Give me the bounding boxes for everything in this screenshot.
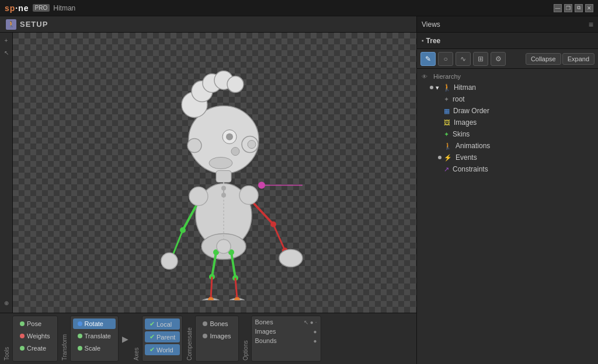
options-section: Bones ↖ ● · Images ● Bou xyxy=(251,316,321,362)
pose-button[interactable]: Pose xyxy=(15,318,55,329)
collapse-expand-group: Collapse Expand xyxy=(526,53,594,65)
translate-dot xyxy=(78,334,82,338)
pro-badge: PRO xyxy=(33,4,50,12)
draw-order-dot xyxy=(438,109,441,113)
images-dot xyxy=(438,121,441,124)
expand-button[interactable]: Expand xyxy=(562,53,594,65)
images-icon: 🖼 xyxy=(444,119,450,126)
images-option-row: Images ● xyxy=(255,328,317,335)
right-panel: Views ≡ ▪ Tree ✎ ○ ∿ ⊞ ⚙ Collapse Expand… xyxy=(417,16,598,364)
snap-button[interactable]: ⧉ xyxy=(575,4,583,12)
bones-comp-dot xyxy=(203,321,207,326)
draw-order-icon: ▦ xyxy=(444,107,450,115)
create-dot xyxy=(20,346,25,351)
svg-point-43 xyxy=(239,186,258,205)
axes-label: Axes xyxy=(132,316,141,362)
views-header: Views ≡ xyxy=(417,16,598,33)
tree-item-skins[interactable]: ✦ Skins xyxy=(436,128,596,140)
translate-button[interactable]: Translate xyxy=(73,331,116,341)
weights-button[interactable]: Weights xyxy=(15,331,55,341)
tree-panel-header: ▪ Tree xyxy=(417,33,598,49)
bounds-dot-icon[interactable]: ● xyxy=(313,338,317,344)
hitman-icon: 🚶 xyxy=(443,83,451,92)
svg-point-45 xyxy=(217,240,231,254)
tree-panel-label: Tree xyxy=(426,37,441,45)
zoom-tool-button[interactable]: ⊕ xyxy=(1,298,12,308)
title-bar: sp·ne PRO Hitman — ❐ ⧉ ✕ xyxy=(0,0,598,16)
tools-section: Pose Weights Create xyxy=(12,316,58,362)
options-label: Options xyxy=(241,316,250,362)
tree-item-root[interactable]: ✦ root xyxy=(436,93,596,105)
tree-item-images[interactable]: 🖼 Images xyxy=(436,117,596,128)
svg-point-40 xyxy=(208,298,214,300)
restore-button[interactable]: ❐ xyxy=(564,4,572,12)
tree-item-animations[interactable]: 🚶 Animations xyxy=(436,140,596,152)
local-axis-button[interactable]: ✔ Local xyxy=(145,318,180,330)
svg-point-50 xyxy=(221,193,226,198)
tree-item-hitman[interactable]: ▾ 🚶 Hitman xyxy=(427,82,596,93)
svg-point-10 xyxy=(226,134,233,141)
tree-edit-button[interactable]: ✎ xyxy=(420,52,436,66)
window-controls: — ❐ ⧉ ✕ xyxy=(554,4,593,12)
parent-axis-button[interactable]: ✔ Parent xyxy=(145,331,180,342)
main-layout: 🚶 SETUP + ↖ ⊕ xyxy=(0,16,598,364)
world-axis-button[interactable]: ✔ World xyxy=(145,344,180,355)
svg-point-11 xyxy=(231,148,239,156)
svg-point-44 xyxy=(161,253,178,270)
svg-line-31 xyxy=(211,277,212,299)
transform-label: Transform xyxy=(60,316,69,362)
bones-cursor-icon[interactable]: ↖ xyxy=(304,319,308,326)
bones-dot-icon[interactable]: · xyxy=(315,319,317,326)
scale-button[interactable]: Scale xyxy=(73,343,116,354)
canvas-viewport[interactable] xyxy=(13,33,416,313)
bones-compensate-button[interactable]: Bones xyxy=(198,318,235,329)
mode-bar: 🚶 SETUP xyxy=(0,16,416,33)
left-tools-strip: + ↖ ⊕ xyxy=(0,33,13,313)
pointer-tool-button[interactable]: ↖ xyxy=(1,47,12,58)
rotate-button[interactable]: Rotate xyxy=(73,318,116,329)
events-dot xyxy=(438,156,441,159)
bones-option-icons: ↖ ● · xyxy=(304,319,317,326)
svg-point-7 xyxy=(248,141,256,149)
animations-icon: 🚶 xyxy=(444,142,452,150)
rotate-dot xyxy=(78,321,82,326)
bones-eye-icon[interactable]: ● xyxy=(310,319,314,326)
svg-point-5 xyxy=(227,76,244,93)
constraints-dot xyxy=(438,167,441,171)
transform-section: Rotate Translate Scale xyxy=(70,316,119,362)
tree-path-button[interactable]: ∿ xyxy=(456,52,471,66)
tree-transform-button[interactable]: ⊞ xyxy=(473,52,488,66)
pose-dot xyxy=(20,321,25,326)
title-left: sp·ne PRO Hitman xyxy=(5,4,75,13)
compensate-section: Bones Images xyxy=(195,316,238,362)
hitman-dot xyxy=(430,86,433,89)
close-button[interactable]: ✕ xyxy=(585,4,593,12)
create-button[interactable]: Create xyxy=(15,343,55,354)
project-title: Hitman xyxy=(53,4,75,12)
panel-menu-button[interactable]: ≡ xyxy=(589,20,593,29)
tree-toolbar: ✎ ○ ∿ ⊞ ⚙ Collapse Expand xyxy=(417,49,598,69)
character-display xyxy=(104,44,326,302)
tree-panel-icon: ▪ xyxy=(422,37,424,44)
add-tool-button[interactable]: + xyxy=(1,35,12,46)
svg-point-27 xyxy=(279,250,303,267)
scale-dot xyxy=(78,346,82,351)
tree-item-events[interactable]: ⚡ Events xyxy=(436,152,596,163)
svg-point-42 xyxy=(189,187,208,206)
character-svg xyxy=(104,44,326,300)
tools-label: Tools xyxy=(2,316,11,362)
collapse-button[interactable]: Collapse xyxy=(526,53,561,65)
transform-expand[interactable]: ▶ xyxy=(121,316,130,362)
tree-item-draw-order[interactable]: ▦ Draw Order xyxy=(436,105,596,117)
hierarchy-header: 👁 Hierarchy xyxy=(419,71,596,82)
images-dot-icon[interactable]: ● xyxy=(313,328,317,335)
bones-option-row: Bones ↖ ● · xyxy=(255,318,317,326)
minimize-button[interactable]: — xyxy=(554,4,562,12)
images-comp-dot xyxy=(203,334,207,338)
svg-point-41 xyxy=(234,298,240,300)
tree-item-constraints[interactable]: ↗ Constraints xyxy=(436,163,596,175)
tree-settings-button[interactable]: ⚙ xyxy=(491,52,506,66)
tree-circle-button[interactable]: ○ xyxy=(438,52,453,66)
images-compensate-button[interactable]: Images xyxy=(198,331,235,341)
svg-point-49 xyxy=(221,186,226,191)
